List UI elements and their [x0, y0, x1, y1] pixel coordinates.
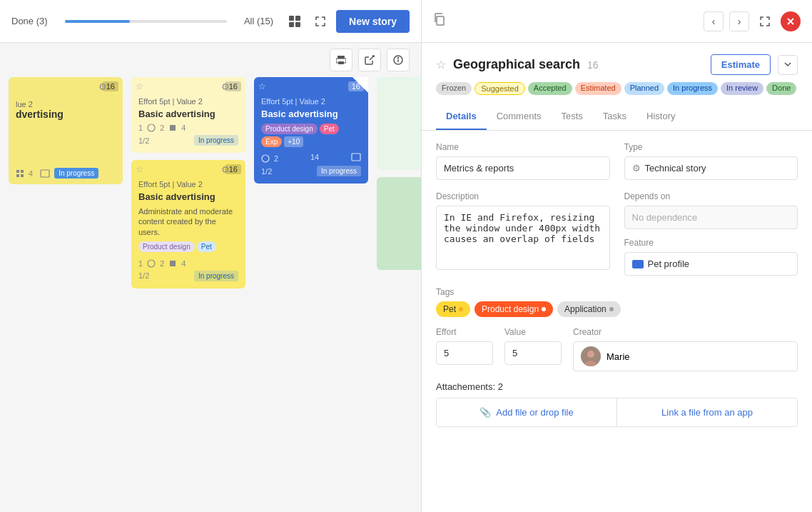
card-count3: 4 — [181, 124, 186, 132]
svg-point-23 — [587, 351, 594, 358]
svg-rect-18 — [352, 154, 360, 161]
left-header: Done (3) All (15) New story — [0, 0, 421, 43]
description-textarea[interactable]: In IE and Firefox, resizing the window u… — [436, 206, 610, 270]
feature-input[interactable]: Pet profile — [624, 252, 798, 276]
story-star-icon[interactable]: ☆ — [436, 58, 446, 71]
name-input[interactable] — [436, 156, 610, 180]
effort-label: Effort — [436, 327, 493, 337]
pill-accepted[interactable]: Accepted — [528, 82, 572, 95]
svg-rect-0 — [289, 16, 294, 21]
svg-point-17 — [262, 155, 269, 162]
pill-planned[interactable]: Planned — [624, 82, 664, 95]
detail-content: Name Type ⚙ Technical story Description … — [422, 131, 812, 512]
share-button[interactable] — [358, 49, 381, 71]
type-input[interactable]: ⚙ Technical story — [624, 156, 798, 180]
tag-product-label: Product design — [482, 304, 539, 314]
close-button[interactable] — [781, 11, 801, 31]
feature-section: Feature Pet profile — [624, 238, 798, 276]
column-2: ☆ 16 ⚙ Effort 5pt | Value 2 Basic advert… — [131, 77, 245, 503]
creator-col: Creator Marie — [573, 327, 798, 371]
effort-input[interactable] — [436, 341, 493, 365]
card-status: In progress — [317, 166, 361, 176]
chevron-down-icon[interactable] — [778, 55, 798, 75]
tag-application-dot — [609, 307, 614, 311]
card-count3: 4 — [181, 259, 186, 268]
card-col4-2[interactable] — [377, 177, 421, 270]
tag-product-badge[interactable]: Product design — [474, 301, 553, 317]
tab-tasks[interactable]: Tasks — [593, 104, 636, 130]
toolbar-row — [0, 43, 421, 77]
feature-icon — [632, 260, 644, 268]
svg-rect-6 — [338, 61, 344, 64]
svg-rect-1 — [295, 16, 300, 21]
nav-prev-button[interactable]: ‹ — [704, 11, 724, 31]
card-star-icon[interactable]: ☆ — [136, 164, 143, 174]
pill-done[interactable]: Done — [766, 82, 796, 95]
card-count: 14 — [310, 153, 319, 161]
card-col2-1[interactable]: ☆ 16 ⚙ Effort 5pt | Value 2 Basic advert… — [131, 77, 245, 153]
progress-bar-fill — [65, 20, 130, 23]
copy-icon[interactable] — [433, 13, 446, 29]
desc-col: Description In IE and Firefox, resizing … — [436, 191, 610, 276]
tab-all[interactable]: All (15) — [244, 16, 273, 26]
pill-estimated[interactable]: Estimated — [575, 82, 621, 95]
tag-pet: Pet — [197, 241, 216, 252]
svg-rect-3 — [295, 22, 300, 27]
card-col3-1[interactable]: ☆ 16 Effort 5pt | Value 2 Basic advertis… — [254, 77, 368, 184]
pill-in-progress[interactable]: In progress — [667, 82, 718, 95]
add-file-button[interactable]: 📎 Add file or drop file — [437, 398, 617, 426]
card-comment-count: 2 — [274, 154, 278, 163]
print-button[interactable] — [330, 49, 352, 71]
tag-pet-badge[interactable]: Pet — [436, 301, 470, 317]
card-col2-2[interactable]: ☆ 16 ⚙ Effort 5pt | Value 2 Basic advert… — [131, 160, 245, 288]
new-story-button[interactable]: New story — [336, 10, 410, 33]
pill-in-review[interactable]: In review — [721, 82, 763, 95]
card-settings-icon[interactable]: ⚙ — [98, 81, 107, 92]
cards-area: 16 ⚙ lue 2 dvertising 4 In progress ☆ 16… — [0, 77, 421, 512]
value-col: Value — [504, 327, 562, 371]
tags-list: Pet Product design Application — [436, 301, 798, 317]
column-3: ☆ 16 Effort 5pt | Value 2 Basic advertis… — [254, 77, 368, 503]
card-progress: 1/2 — [261, 167, 272, 176]
info-button[interactable] — [387, 49, 410, 71]
effort-col: Effort — [436, 327, 493, 371]
depends-feature-col: Depends on No dependence Feature Pet pro… — [624, 191, 798, 276]
tab-history[interactable]: History — [636, 104, 685, 130]
tab-comments[interactable]: Comments — [487, 104, 552, 130]
expand-icon[interactable] — [310, 11, 330, 31]
pill-frozen[interactable]: Frozen — [436, 82, 472, 95]
card-star-icon[interactable]: ☆ — [258, 81, 266, 91]
svg-rect-19 — [437, 16, 444, 25]
feature-value: Pet profile — [648, 258, 690, 269]
header-actions: New story — [285, 10, 410, 33]
link-file-label: Link a file from an app — [661, 407, 753, 418]
card-col4-1[interactable] — [377, 77, 421, 170]
tag-application-badge[interactable]: Application — [557, 301, 621, 317]
tab-done[interactable]: Done (3) — [11, 16, 48, 26]
estimate-button[interactable]: Estimate — [711, 54, 771, 75]
fullscreen-icon[interactable] — [755, 11, 775, 31]
name-label: Name — [436, 142, 610, 152]
card-star-icon[interactable]: ☆ — [136, 81, 143, 91]
card-col1-1[interactable]: 16 ⚙ lue 2 dvertising 4 In progress — [9, 77, 123, 184]
link-file-button[interactable]: Link a file from an app — [617, 398, 797, 426]
tab-details[interactable]: Details — [436, 104, 487, 130]
column-4 — [377, 77, 421, 503]
left-panel: Done (3) All (15) New story — [0, 0, 421, 512]
tab-tests[interactable]: Tests — [552, 104, 593, 130]
type-col: Type ⚙ Technical story — [624, 142, 798, 180]
card-footer: 4 In progress — [16, 168, 116, 179]
card-tags: Product design Pet Exp +10 — [261, 124, 361, 147]
pill-suggested[interactable]: Suggested — [474, 82, 525, 95]
card-settings-icon[interactable]: ⚙ — [221, 81, 230, 92]
card-status: In progress — [194, 271, 238, 281]
grid-view-icon[interactable] — [285, 11, 305, 31]
card-footer: 1 2 4 — [138, 259, 186, 268]
card-count2: 2 — [160, 124, 164, 132]
value-input[interactable] — [504, 341, 562, 365]
nav-next-button[interactable]: › — [729, 11, 749, 31]
svg-point-16 — [148, 260, 155, 267]
depends-input[interactable]: No dependence — [624, 206, 798, 229]
paperclip-icon: 📎 — [479, 407, 491, 418]
card-settings-icon[interactable]: ⚙ — [221, 164, 230, 175]
